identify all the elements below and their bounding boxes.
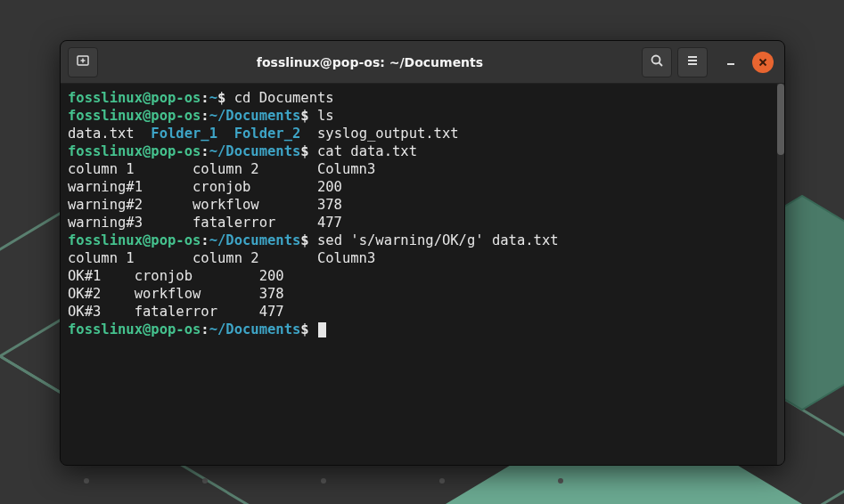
search-icon — [650, 53, 664, 71]
prompt-line: fosslinux@pop-os:~$ cd Documents — [68, 89, 777, 107]
prompt-colon: : — [201, 108, 209, 124]
terminal-window: fosslinux@pop-os: ~/Documents — [60, 40, 785, 466]
new-tab-button[interactable] — [68, 47, 98, 77]
prompt-path: ~/Documents — [209, 321, 301, 337]
output-line: column 1 column 2 Column3 — [68, 249, 777, 267]
output-line: data.txt Folder_1 Folder_2 syslog_output… — [68, 125, 777, 142]
svg-point-11 — [202, 478, 208, 484]
command-text: cd Documents — [234, 90, 334, 106]
terminal-body[interactable]: fosslinux@pop-os:~$ cd Documents fosslin… — [61, 84, 784, 465]
ls-directory: Folder_1 — [151, 126, 217, 142]
output-line: OK#2 workflow 378 — [68, 285, 777, 303]
close-icon — [758, 53, 767, 70]
prompt-colon: : — [201, 321, 209, 337]
menu-button[interactable] — [677, 47, 708, 77]
output-line: OK#3 fatalerror 477 — [68, 303, 777, 321]
minimize-button[interactable] — [720, 52, 742, 73]
prompt-path: ~/Documents — [209, 232, 301, 248]
scrollbar-thumb[interactable] — [777, 84, 784, 155]
ls-file: syslog_output.txt — [300, 126, 458, 142]
command-text: ls — [317, 108, 334, 124]
minimize-icon — [725, 53, 736, 70]
prompt-colon: : — [201, 143, 209, 159]
cursor — [318, 322, 326, 337]
prompt-colon: : — [201, 90, 209, 106]
scrollbar-track[interactable] — [777, 84, 784, 465]
prompt-dollar: $ — [300, 143, 317, 159]
command-text: sed 's/warning/OK/g' data.txt — [317, 232, 559, 248]
prompt-user: fosslinux@pop-os — [68, 143, 201, 159]
svg-point-12 — [321, 478, 326, 484]
ls-directory: Folder_2 — [234, 126, 301, 142]
command-text: cat data.txt — [317, 143, 417, 159]
svg-line-19 — [660, 62, 663, 66]
prompt-colon: : — [201, 232, 209, 248]
titlebar: fosslinux@pop-os: ~/Documents — [61, 41, 784, 84]
prompt-dollar: $ — [300, 232, 317, 248]
prompt-line: fosslinux@pop-os:~/Documents$ cat data.t… — [68, 142, 777, 160]
window-title: fosslinux@pop-os: ~/Documents — [103, 55, 636, 69]
output-line: column 1 column 2 Column3 — [68, 160, 777, 178]
window-controls — [720, 52, 774, 73]
prompt-user: fosslinux@pop-os — [68, 321, 201, 337]
prompt-path: ~/Documents — [209, 143, 301, 159]
ls-file: data.txt — [68, 126, 151, 142]
search-button[interactable] — [642, 47, 672, 77]
prompt-user: fosslinux@pop-os — [68, 108, 201, 124]
prompt-dollar: $ — [300, 321, 317, 337]
output-line: warning#2 workflow 378 — [68, 196, 777, 214]
prompt-path: ~/Documents — [209, 108, 301, 124]
hamburger-icon — [685, 53, 700, 71]
svg-point-18 — [652, 55, 660, 63]
prompt-dollar: $ — [300, 108, 317, 124]
prompt-user: fosslinux@pop-os — [68, 90, 201, 106]
output-line: OK#1 cronjob 200 — [68, 267, 777, 285]
prompt-line: fosslinux@pop-os:~/Documents$ ls — [68, 107, 777, 125]
new-tab-icon — [76, 53, 90, 71]
svg-point-10 — [84, 478, 89, 484]
prompt-line: fosslinux@pop-os:~/Documents$ sed 's/war… — [68, 232, 777, 249]
prompt-dollar: $ — [217, 90, 234, 106]
output-line: warning#1 cronjob 200 — [68, 178, 777, 196]
prompt-user: fosslinux@pop-os — [68, 232, 201, 248]
svg-point-13 — [439, 478, 445, 484]
close-button[interactable] — [752, 52, 774, 73]
prompt-line: fosslinux@pop-os:~/Documents$ — [68, 321, 777, 338]
output-line: warning#3 fatalerror 477 — [68, 214, 777, 232]
svg-point-14 — [558, 478, 563, 484]
prompt-path: ~ — [209, 90, 217, 106]
